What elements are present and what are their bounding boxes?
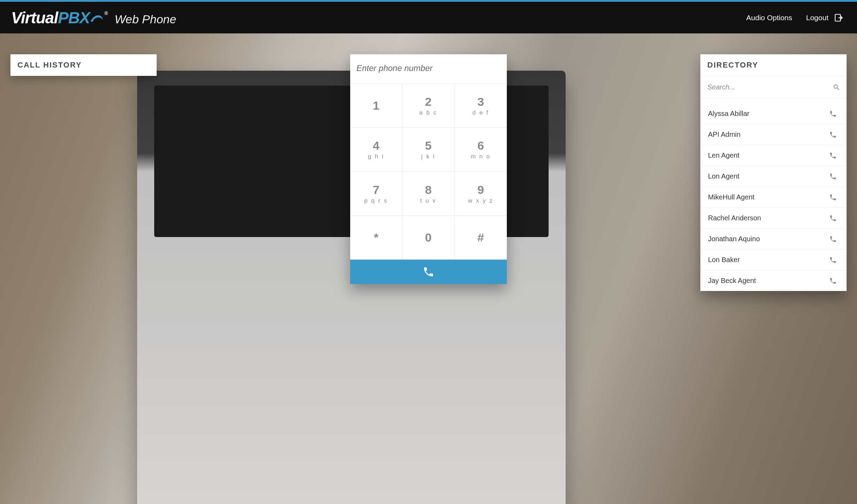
contact-name: Len Agent — [708, 151, 739, 159]
phone-icon[interactable] — [829, 214, 837, 222]
contact-name: Rachel Anderson — [708, 214, 761, 222]
call-history-title: CALL HISTORY — [10, 54, 157, 76]
key-5[interactable]: 5j k l — [402, 128, 455, 172]
key-digit: # — [478, 231, 484, 244]
phone-icon[interactable] — [829, 277, 837, 285]
key-9[interactable]: 9w x y z — [455, 172, 507, 216]
brand: VirtualPBX ® Web Phone — [11, 8, 176, 27]
phone-icon[interactable] — [829, 235, 837, 243]
audio-options-label: Audio Options — [746, 14, 792, 22]
workspace: CALL HISTORY 12a b c3d e f4g h i5j k l6m… — [0, 33, 857, 504]
keypad: 12a b c3d e f4g h i5j k l6m n o7p q r s8… — [350, 84, 507, 260]
key-3[interactable]: 3d e f — [455, 84, 507, 128]
key-digit: 0 — [425, 231, 432, 244]
key-letters: g h i — [368, 153, 384, 160]
directory-item[interactable]: API Admin — [700, 124, 847, 145]
call-button[interactable] — [350, 260, 507, 284]
brand-pbx: PBX — [58, 8, 90, 27]
key-digit: 4 — [373, 139, 379, 152]
phone-icon[interactable] — [829, 131, 837, 139]
directory-list: Alyssa AbillarAPI AdminLen AgentLon Agen… — [700, 103, 847, 291]
phone-icon[interactable] — [829, 173, 837, 180]
app-title: Web Phone — [115, 13, 176, 26]
key-letters: j k l — [421, 153, 435, 160]
key-digit: 8 — [425, 183, 432, 197]
phone-icon[interactable] — [829, 110, 837, 118]
key-digit: 9 — [478, 183, 484, 197]
key-digit: 1 — [373, 99, 379, 112]
key-digit: 6 — [478, 139, 484, 152]
swoosh-icon — [90, 10, 104, 24]
directory-item[interactable]: MikeHull Agent — [700, 187, 847, 208]
dialer-panel: 12a b c3d e f4g h i5j k l6m n o7p q r s8… — [350, 54, 507, 284]
logout-link[interactable]: Logout — [806, 13, 843, 22]
registered-mark: ® — [104, 10, 108, 16]
directory-panel: DIRECTORY Alyssa AbillarAPI AdminLen Age… — [700, 54, 847, 291]
directory-item[interactable]: Lon Baker — [700, 250, 847, 270]
search-input[interactable] — [707, 76, 833, 98]
key-8[interactable]: 8t u v — [402, 172, 455, 216]
key-letters: t u v — [420, 197, 437, 204]
call-history-panel: CALL HISTORY — [10, 54, 157, 504]
key-digit: 2 — [425, 95, 432, 109]
key-letters: p q r s — [364, 197, 388, 204]
key-#[interactable]: # — [455, 216, 507, 260]
search-icon — [833, 84, 840, 91]
logout-icon — [834, 13, 843, 22]
key-*[interactable]: * — [350, 216, 402, 260]
key-digit: 5 — [425, 139, 432, 152]
phone-icon[interactable] — [829, 194, 837, 201]
key-digit: * — [374, 231, 378, 244]
directory-item[interactable]: Lon Agent — [700, 166, 847, 187]
contact-name: API Admin — [708, 131, 740, 139]
key-digit: 3 — [478, 95, 484, 109]
key-7[interactable]: 7p q r s — [350, 172, 402, 216]
directory-item[interactable]: Jay Beck Agent — [700, 270, 847, 291]
phone-icon — [423, 266, 434, 278]
brand-virtual: Virtual — [11, 8, 58, 27]
contact-name: Jonathan Aquino — [708, 235, 760, 243]
directory-item[interactable]: Rachel Anderson — [700, 208, 847, 229]
contact-name: Lon Baker — [708, 256, 740, 264]
key-6[interactable]: 6m n o — [455, 128, 507, 172]
key-2[interactable]: 2a b c — [402, 84, 455, 128]
key-0[interactable]: 0 — [402, 216, 455, 260]
contact-name: Lon Agent — [708, 172, 739, 180]
phone-icon[interactable] — [829, 256, 837, 264]
contact-name: MikeHull Agent — [708, 193, 754, 201]
phone-number-input[interactable] — [350, 54, 507, 84]
directory-title: DIRECTORY — [700, 54, 847, 76]
key-letters: a b c — [419, 109, 438, 116]
contact-name: Alyssa Abillar — [708, 110, 749, 118]
audio-options-link[interactable]: Audio Options — [746, 14, 792, 22]
brand-logo: VirtualPBX ® — [11, 8, 107, 27]
directory-item[interactable]: Jonathan Aquino — [700, 229, 847, 250]
key-letters: d e f — [472, 109, 489, 116]
key-1[interactable]: 1 — [350, 84, 402, 128]
top-bar: VirtualPBX ® Web Phone Audio Options Log… — [0, 0, 857, 33]
contact-name: Jay Beck Agent — [708, 277, 756, 285]
key-letters: w x y z — [468, 197, 494, 204]
key-4[interactable]: 4g h i — [350, 128, 402, 172]
directory-item[interactable]: Len Agent — [700, 145, 847, 166]
directory-item[interactable]: Alyssa Abillar — [700, 103, 847, 124]
logout-label: Logout — [806, 14, 828, 22]
phone-icon[interactable] — [829, 152, 837, 159]
topbar-actions: Audio Options Logout — [746, 13, 843, 22]
key-digit: 7 — [373, 183, 379, 197]
directory-search — [700, 76, 847, 99]
key-letters: m n o — [471, 153, 491, 160]
